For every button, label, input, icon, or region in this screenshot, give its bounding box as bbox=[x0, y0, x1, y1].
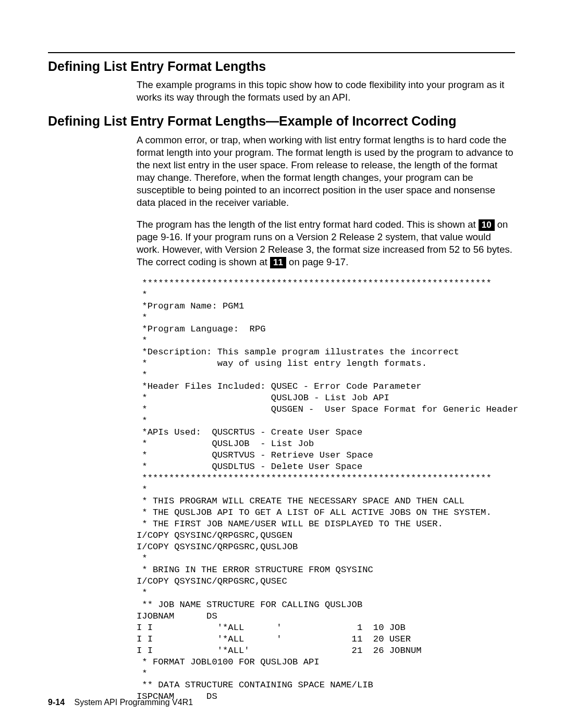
callout-11: 11 bbox=[270, 257, 286, 268]
page-number: 9-14 bbox=[48, 698, 65, 707]
section-2-body: A common error, or trap, when working wi… bbox=[137, 134, 515, 268]
callout-10: 10 bbox=[479, 219, 495, 231]
section-2-para-1: A common error, or trap, when working wi… bbox=[137, 134, 515, 209]
section-1-para-1: The example programs in this topic show … bbox=[137, 79, 515, 104]
section-1-body: The example programs in this topic show … bbox=[137, 79, 515, 104]
section-2-para-2: The program has the length of the list e… bbox=[137, 218, 515, 268]
para2-text-1: The program has the length of the list e… bbox=[137, 219, 479, 230]
para2-text-3: on page 9-17. bbox=[286, 256, 348, 267]
section-1-heading: Defining List Entry Format Lengths bbox=[48, 58, 515, 75]
doc-title: System API Programming V4R1 bbox=[74, 698, 193, 707]
page: Defining List Entry Format Lengths The e… bbox=[0, 0, 563, 728]
code-listing: ****************************************… bbox=[137, 278, 515, 702]
top-rule bbox=[48, 52, 515, 53]
section-2-heading: Defining List Entry Format Lengths—Examp… bbox=[48, 113, 515, 129]
footer: 9-14 System API Programming V4R1 bbox=[48, 698, 193, 707]
